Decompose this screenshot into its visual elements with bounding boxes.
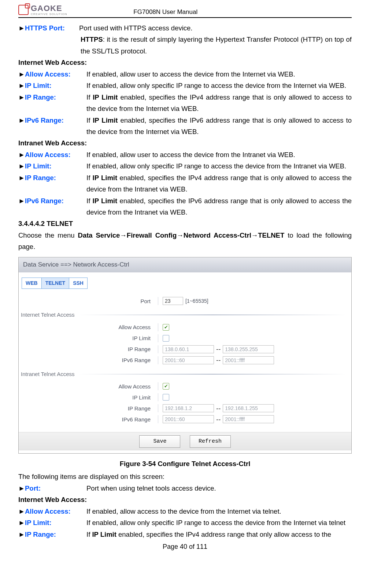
refresh-button[interactable]: Refresh <box>190 435 231 448</box>
desc-internet-ipv6: If IP Limit enabled, specifies the IPv6 … <box>86 115 352 138</box>
page-header: GAOKE CREATIVE SOLUTION FG7008N User Man… <box>18 4 352 18</box>
input-intranet-iprange-to[interactable] <box>223 404 274 412</box>
bullet-arrow: ► <box>18 149 25 160</box>
label-ip-range: IP Range <box>19 345 158 354</box>
checkbox-internet-iplimit[interactable] <box>163 335 169 342</box>
desc-port: Port when using telnet tools access devi… <box>86 483 352 494</box>
divider-line <box>78 315 347 315</box>
embedded-ui-frame: Data Service ==> Network Access-Ctrl WEB… <box>18 257 352 454</box>
input-intranet-ipv6-to[interactable] <box>223 415 274 423</box>
input-intranet-ipv6-from[interactable] <box>163 415 214 423</box>
label-ip-limit: IP Limit <box>19 334 158 343</box>
logo: GAOKE CREATIVE SOLUTION <box>18 4 67 16</box>
bullet-arrow: ► <box>18 22 25 34</box>
heading-intranet-web: Intranet Web Access: <box>18 137 352 149</box>
tab-telnet[interactable]: TELNET <box>42 278 69 289</box>
bullet-arrow: ► <box>18 172 25 183</box>
range-dash: -- <box>214 414 223 425</box>
term-allow-access: Allow Access: <box>25 68 86 80</box>
term-ip-limit: IP Limit: <box>25 80 86 91</box>
label-ipv6-range: IPv6 Range <box>19 356 158 365</box>
term-ip-limit: IP Limit: <box>25 517 86 528</box>
bullet-arrow: ► <box>18 529 25 540</box>
button-bar: Save Refresh <box>19 432 351 450</box>
label-allow-access: Allow Access <box>19 382 158 391</box>
after-figure-text: The following items are displayed on thi… <box>18 471 352 482</box>
ui-tabs: WEB TELNET SSH <box>22 278 351 289</box>
logo-subtext: CREATIVE SOLUTION <box>31 12 67 16</box>
desc-telnet-internet-iprange: If IP Limit enabled, specifies the IPv4 … <box>86 529 352 540</box>
tab-web[interactable]: WEB <box>22 278 42 289</box>
range-dash: -- <box>214 403 223 414</box>
checkbox-internet-allow[interactable]: ✔ <box>163 324 169 331</box>
label-ip-range: IP Range <box>19 404 158 413</box>
bullet-arrow: ► <box>18 68 25 80</box>
heading-internet-web-2: Internet Web Access: <box>18 494 352 505</box>
field-separator <box>158 297 158 305</box>
term-ip-range: IP Range: <box>25 529 86 540</box>
term-ipv6-range: IPv6 Range: <box>25 195 86 206</box>
tab-ssh[interactable]: SSH <box>69 278 88 289</box>
input-port[interactable] <box>163 297 183 305</box>
figure-caption: Figure 3-54 Configure Telnet Access-Ctrl <box>18 458 352 469</box>
desc-telnet-internet-iplimit: If enabled, allow only specific IP range… <box>86 517 352 528</box>
bullet-arrow: ► <box>18 195 25 206</box>
term-ip-limit: IP Limit: <box>25 160 86 172</box>
bullet-arrow: ► <box>18 517 25 528</box>
desc-intranet-allow: If enabled, allow user to access the dev… <box>86 149 352 160</box>
logo-text: GAOKE <box>31 4 67 13</box>
heading-telnet: 3.4.4.4.2 TELNET <box>18 218 352 229</box>
term-allow-access: Allow Access: <box>25 149 86 160</box>
input-internet-iprange-from[interactable] <box>163 345 214 353</box>
logo-icon <box>18 5 29 15</box>
desc-https-port: Port used with HTTPS access device. <box>79 22 352 34</box>
desc-intranet-iplimit: If enabled, allow only specific IP range… <box>86 160 352 172</box>
label-port: Port <box>19 297 158 306</box>
bullet-arrow: ► <box>18 506 25 517</box>
desc-https-explain: HTTPS: it is the result of simply layeri… <box>18 34 352 57</box>
input-intranet-iprange-from[interactable] <box>163 404 214 412</box>
desc-intranet-ipv6: If IP Limit enabled, specifies the IPv6 … <box>86 195 352 218</box>
input-internet-iprange-to[interactable] <box>223 345 274 353</box>
desc-internet-iplimit: If enabled, allow only specific IP range… <box>86 80 352 91</box>
label-allow-access: Allow Access <box>19 323 158 332</box>
save-button[interactable]: Save <box>139 435 180 448</box>
range-dash: -- <box>214 343 223 355</box>
input-internet-ipv6-from[interactable] <box>163 356 214 364</box>
section-intranet-telnet: Intranet Telnet Access <box>19 369 351 379</box>
bullet-arrow: ► <box>18 483 25 494</box>
bullet-arrow: ► <box>18 92 25 103</box>
range-dash: -- <box>214 354 223 366</box>
heading-internet-web: Internet Web Access: <box>18 57 352 68</box>
bullet-arrow: ► <box>18 160 25 172</box>
telnet-intro: Choose the menu Data Service→Firewall Co… <box>18 230 352 253</box>
term-allow-access: Allow Access: <box>25 506 86 517</box>
desc-internet-allow: If enabled, allow user to access the dev… <box>86 68 352 80</box>
term-https-port: HTTPS Port: <box>25 22 79 34</box>
bullet-arrow: ► <box>18 115 25 126</box>
bullet-arrow: ► <box>18 80 25 91</box>
input-internet-ipv6-to[interactable] <box>223 356 274 364</box>
desc-telnet-internet-allow: If enabled, allow access to the device f… <box>86 506 352 517</box>
checkbox-intranet-allow[interactable]: ✔ <box>163 383 169 390</box>
hint-port-range: [1~65535] <box>185 297 208 306</box>
term-ip-range: IP Range: <box>25 172 86 183</box>
page-footer: Page 40 of 111 <box>18 543 352 551</box>
desc-intranet-iprange: If IP Limit enabled, specifies the IPv4 … <box>86 172 352 195</box>
desc-internet-iprange: If IP Limit enabled, specifies the IPv4 … <box>86 92 352 115</box>
label-ipv6-range: IPv6 Range <box>19 415 158 424</box>
term-ip-range: IP Range: <box>25 92 86 103</box>
content-body: ► HTTPS Port: Port used with HTTPS acces… <box>18 22 352 540</box>
document-title: FG7008N User Manual <box>133 8 197 16</box>
label-ip-limit: IP Limit <box>19 393 158 402</box>
checkbox-intranet-iplimit[interactable] <box>163 394 169 401</box>
divider-line <box>78 374 347 375</box>
term-ipv6-range: IPv6 Range: <box>25 115 86 126</box>
term-port: Port: <box>25 483 86 494</box>
ui-titlebar: Data Service ==> Network Access-Ctrl <box>19 257 351 272</box>
section-internet-telnet: Internet Telnet Access <box>19 310 351 320</box>
